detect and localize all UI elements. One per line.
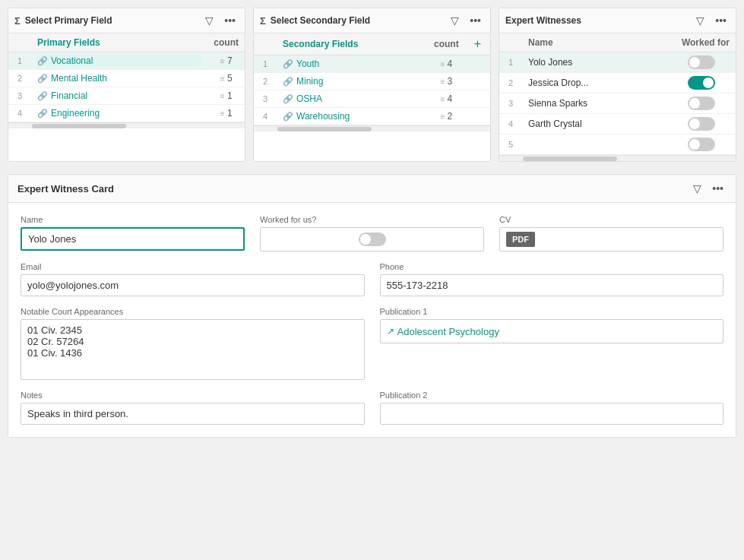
card-more-button[interactable]: ••• — [709, 181, 727, 196]
count-cell: ≡ 5 — [207, 70, 245, 87]
witness-toggle[interactable] — [688, 138, 715, 151]
table-row[interactable]: 2 🔗 Mental Health ≡ 5 — [8, 70, 245, 87]
primary-num-header — [8, 33, 31, 52]
field-name-cell[interactable]: 🔗 Youth — [277, 55, 428, 73]
toggle-cell[interactable] — [667, 52, 736, 73]
grid-icon: ≡ — [220, 74, 225, 83]
field-link[interactable]: 🔗 Mental Health — [37, 73, 201, 84]
email-input[interactable] — [21, 274, 365, 296]
field-link[interactable]: 🔗 Warehousing — [283, 111, 422, 122]
table-row[interactable]: 3 Sienna Sparks — [499, 93, 736, 114]
field-name-cell[interactable]: 🔗 Engineering — [31, 105, 207, 122]
table-row[interactable]: 2 Jessica Drop... — [499, 73, 736, 93]
table-row[interactable]: 1 Yolo Jones — [499, 52, 736, 73]
table-row[interactable]: 3 🔗 OSHA ≡ 4 — [254, 90, 490, 108]
card-body: Name Worked for us? CV PDF Email — [8, 203, 736, 437]
table-row[interactable]: 1 🔗 Youth ≡ 4 — [254, 55, 490, 73]
table-row[interactable]: 4 🔗 Engineering ≡ 1 — [8, 105, 245, 122]
worked-for-toggle-wrap[interactable] — [260, 227, 484, 252]
grid-icon: ≡ — [440, 78, 445, 86]
worked-for-toggle[interactable] — [359, 233, 386, 246]
toggle-wrap[interactable] — [673, 55, 730, 69]
witness-panel-header: Expert Witnesses ▽ ••• — [499, 8, 736, 33]
primary-filter-button[interactable]: ▽ — [202, 13, 217, 28]
field-name-cell[interactable]: 🔗 OSHA — [277, 90, 428, 108]
field-name-cell[interactable]: 🔗 Warehousing — [277, 108, 428, 125]
toggle-wrap[interactable] — [673, 117, 730, 131]
field-link[interactable]: 🔗 Mining — [283, 76, 422, 87]
witness-scrollbar[interactable] — [499, 155, 736, 161]
witness-name-cell[interactable]: Jessica Drop... — [522, 73, 667, 93]
witness-name-cell[interactable] — [522, 134, 667, 155]
secondary-more-button[interactable]: ••• — [467, 13, 484, 28]
toggle-cell[interactable] — [667, 134, 736, 155]
add-secondary-button[interactable]: + — [471, 37, 484, 51]
toggle-wrap[interactable] — [673, 138, 730, 151]
field-name-cell[interactable]: 🔗 Mining — [277, 73, 428, 90]
toggle-wrap[interactable] — [673, 96, 730, 110]
table-row[interactable]: 2 🔗 Mining ≡ 3 — [254, 73, 490, 90]
notes-input[interactable] — [21, 403, 365, 425]
table-row[interactable]: 4 🔗 Warehousing ≡ 2 — [254, 108, 490, 125]
witness-num-header — [499, 33, 522, 52]
witness-toggle[interactable] — [688, 76, 715, 90]
field-link[interactable]: 🔗 Vocational — [37, 55, 201, 66]
primary-table: Primary Fields count 1 🔗 Vocational ≡ 7 … — [8, 33, 245, 122]
table-row[interactable]: 1 🔗 Vocational ≡ 7 — [8, 52, 245, 70]
field-link[interactable]: 🔗 Financial — [37, 90, 201, 101]
primary-more-button[interactable]: ••• — [221, 13, 239, 28]
field-name-cell[interactable]: 🔗 Financial — [31, 87, 207, 105]
phone-input[interactable] — [380, 274, 724, 296]
field-link[interactable]: 🔗 Youth — [283, 59, 422, 69]
external-link-icon: ↗ — [387, 326, 394, 337]
toggle-slider — [688, 96, 715, 110]
appearances-input[interactable] — [21, 319, 365, 380]
extra-cell — [465, 108, 490, 125]
name-input[interactable] — [21, 227, 245, 251]
witness-name-cell[interactable]: Garth Crystal — [522, 114, 667, 134]
toggle-wrap[interactable] — [673, 76, 730, 90]
witness-toggle[interactable] — [688, 96, 715, 110]
count-cell: ≡ 3 — [428, 73, 465, 90]
card-filter-button[interactable]: ▽ — [690, 181, 704, 196]
field-link[interactable]: 🔗 Engineering — [37, 108, 201, 119]
pub2-input[interactable] — [380, 403, 724, 425]
primary-field-panel: Σ Select Primary Field ▽ ••• Primary Fie… — [8, 8, 245, 162]
notes-pub2-row: Notes Publication 2 — [21, 391, 723, 425]
row-num: 3 — [499, 93, 522, 114]
witness-filter-button[interactable]: ▽ — [693, 13, 708, 28]
secondary-sigma-icon: Σ — [260, 15, 266, 27]
witness-name-cell[interactable]: Yolo Jones — [522, 52, 667, 73]
name-field-group: Name — [21, 215, 245, 252]
field-name-cell[interactable]: 🔗 Vocational — [31, 52, 207, 70]
witness-more-button[interactable]: ••• — [712, 13, 730, 28]
primary-scrollbar[interactable] — [8, 122, 245, 128]
row-num: 2 — [499, 73, 522, 93]
extra-cell — [465, 55, 490, 73]
primary-count-header: count — [207, 33, 245, 52]
toggle-cell[interactable] — [667, 73, 736, 93]
witness-panel-title: Expert Witnesses — [505, 15, 689, 26]
witness-toggle[interactable] — [688, 55, 715, 69]
pub1-link[interactable]: ↗ Adolescent Psychology — [380, 319, 724, 343]
field-link[interactable]: 🔗 OSHA — [283, 93, 422, 104]
pdf-badge: PDF — [506, 232, 535, 247]
secondary-scrollbar[interactable] — [254, 125, 490, 131]
worked-for-field-group: Worked for us? — [260, 215, 484, 252]
row-num: 4 — [8, 105, 31, 122]
witness-toggle[interactable] — [688, 117, 715, 131]
toggle-cell[interactable] — [667, 114, 736, 134]
pub2-label: Publication 2 — [380, 391, 724, 400]
table-row[interactable]: 4 Garth Crystal — [499, 114, 736, 134]
secondary-filter-button[interactable]: ▽ — [448, 13, 462, 28]
row-num: 3 — [8, 87, 31, 105]
field-name-cell[interactable]: 🔗 Mental Health — [31, 70, 207, 87]
table-row[interactable]: 3 🔗 Financial ≡ 1 — [8, 87, 245, 105]
witness-name-cell[interactable]: Sienna Sparks — [522, 93, 667, 114]
extra-cell — [465, 90, 490, 108]
count-cell: ≡ 2 — [428, 108, 465, 125]
link-icon: 🔗 — [37, 91, 48, 101]
worked-for-label: Worked for us? — [260, 215, 484, 224]
toggle-cell[interactable] — [667, 93, 736, 114]
table-row[interactable]: 5 — [499, 134, 736, 155]
